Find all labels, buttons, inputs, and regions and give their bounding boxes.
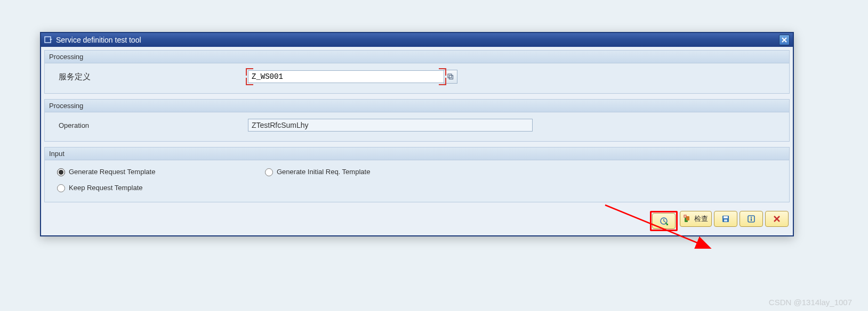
execute-highlight bbox=[650, 211, 678, 231]
check-button-label: 检查 bbox=[694, 214, 708, 224]
svg-rect-6 bbox=[684, 215, 686, 217]
info-icon bbox=[747, 215, 756, 223]
radio-generate-initial[interactable]: Generate Initial Req. Template bbox=[262, 167, 470, 176]
search-help-icon bbox=[447, 73, 454, 80]
dialog-title: Service definition test tool bbox=[56, 36, 779, 44]
radio-generate-request[interactable]: Generate Request Template bbox=[54, 167, 262, 176]
group-input: Input Generate Request Template Generate… bbox=[44, 147, 790, 202]
info-button[interactable] bbox=[740, 211, 763, 227]
group-header-processing-1: Processing bbox=[45, 51, 789, 63]
service-def-test-dialog: Service definition test tool Processing … bbox=[40, 32, 794, 236]
cancel-icon bbox=[773, 215, 781, 223]
group-header-input: Input bbox=[45, 148, 789, 160]
titlebar: Service definition test tool bbox=[41, 33, 793, 47]
search-help-button[interactable] bbox=[444, 70, 457, 84]
svg-rect-2 bbox=[449, 76, 453, 79]
save-icon bbox=[721, 215, 730, 223]
radio-generate-initial-label: Generate Initial Req. Template bbox=[277, 168, 370, 176]
radio-generate-initial-input[interactable] bbox=[265, 168, 273, 176]
cancel-button[interactable] bbox=[765, 211, 789, 227]
check-icon bbox=[684, 215, 692, 223]
radio-keep-template[interactable]: Keep Request Template bbox=[54, 183, 262, 192]
dialog-icon bbox=[44, 36, 53, 44]
svg-rect-9 bbox=[724, 219, 727, 222]
operation-value: ZTestRfcSumLhy bbox=[248, 119, 533, 132]
svg-rect-12 bbox=[751, 218, 752, 221]
svg-point-11 bbox=[751, 217, 752, 218]
radio-keep-template-label: Keep Request Template bbox=[69, 184, 143, 192]
group-processing-2: Processing Operation ZTestRfcSumLhy bbox=[44, 99, 790, 142]
dialog-body: Processing 服务定义 bbox=[41, 47, 793, 202]
dialog-footer: 检查 bbox=[41, 208, 793, 235]
group-header-processing-2: Processing bbox=[45, 100, 789, 112]
radio-generate-request-label: Generate Request Template bbox=[69, 168, 155, 176]
svg-rect-5 bbox=[686, 216, 689, 220]
service-def-input[interactable] bbox=[248, 70, 444, 83]
close-icon bbox=[782, 37, 787, 43]
radio-keep-template-input[interactable] bbox=[57, 184, 65, 192]
check-button[interactable]: 检查 bbox=[680, 211, 712, 227]
svg-rect-1 bbox=[448, 74, 452, 78]
operation-label: Operation bbox=[54, 121, 248, 129]
svg-rect-8 bbox=[724, 216, 728, 218]
radio-generate-request-input[interactable] bbox=[57, 168, 65, 176]
save-button[interactable] bbox=[714, 211, 737, 227]
close-button[interactable] bbox=[779, 35, 790, 45]
group-processing-1: Processing 服务定义 bbox=[44, 50, 790, 94]
watermark: CSDN @1314lay_1007 bbox=[769, 298, 852, 307]
execute-button[interactable] bbox=[652, 213, 676, 229]
svg-rect-0 bbox=[45, 37, 51, 43]
execute-clock-icon bbox=[660, 217, 668, 225]
service-def-label: 服务定义 bbox=[54, 72, 248, 82]
